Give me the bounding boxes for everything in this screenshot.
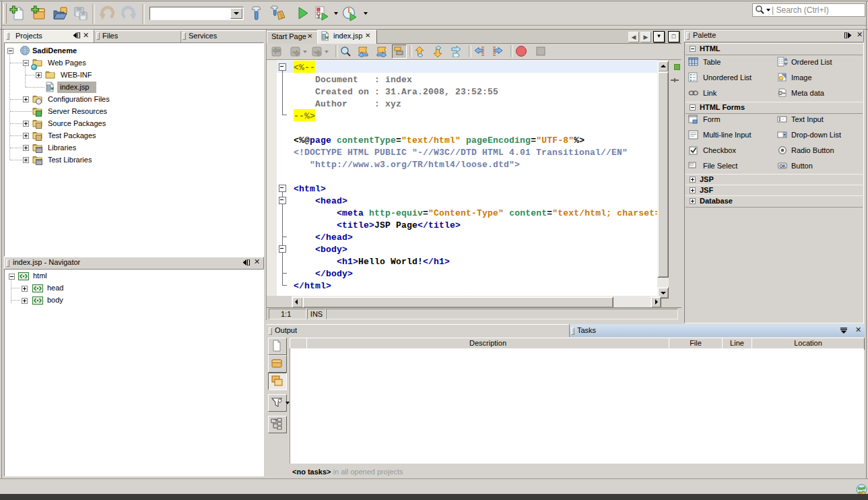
svg-text:3: 3 xyxy=(317,14,320,19)
